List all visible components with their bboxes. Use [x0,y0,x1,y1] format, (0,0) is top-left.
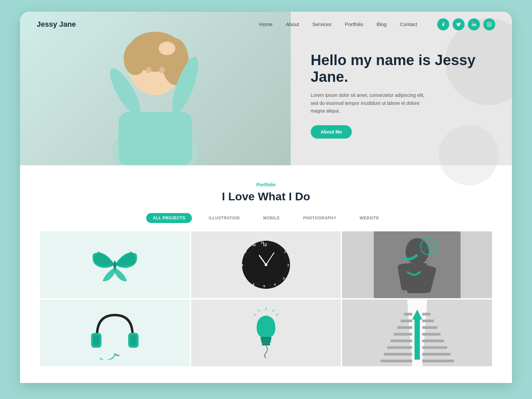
portfolio-item-1[interactable] [40,231,190,298]
svg-text:6: 6 [253,282,254,286]
svg-point-35 [406,238,429,265]
filter-tabs: ALL PROJECTS ILLUSTRATION MOBILE PHOTOGR… [40,213,492,223]
butterfly-icon [85,243,145,286]
svg-rect-72 [422,320,434,322]
svg-point-2 [489,24,490,25]
svg-point-11 [159,42,175,55]
svg-rect-45 [93,335,99,346]
svg-point-0 [472,22,473,23]
svg-rect-62 [394,333,412,336]
portfolio-item-3[interactable] [342,231,492,298]
instagram-icon[interactable] [483,18,495,30]
nav-contact[interactable]: Contact [400,21,417,27]
nav-services[interactable]: Services [312,21,332,27]
filter-illustration[interactable]: ILLUSTRATION [202,213,246,223]
navbar: Jessy Jane Home About Services Portfolio… [20,12,512,37]
hero-description: Lorem ipsum dolor sit amet, consectetur … [311,91,431,115]
svg-text:7: 7 [244,276,246,280]
svg-rect-47 [130,335,137,346]
social-icons [437,18,495,30]
svg-text:10: 10 [252,243,256,247]
headphones-icon [85,306,145,360]
svg-rect-61 [390,340,412,342]
filter-all[interactable]: ALL PROJECTS [146,213,192,223]
svg-point-13 [146,67,151,73]
facebook-icon[interactable] [437,18,449,30]
brand-name: Jessy Jane [37,20,76,29]
item-4-bg [40,300,190,366]
svg-line-49 [273,310,274,312]
svg-rect-73 [422,313,431,316]
deco-circle-2 [439,125,499,185]
svg-rect-53 [261,337,271,340]
about-me-button[interactable]: About Me [311,125,352,139]
svg-rect-63 [397,326,412,329]
portfolio-item-2[interactable]: 12 1 2 3 4 5 6 7 8 9 10 [191,231,341,298]
filter-photography[interactable]: PHOTOGRAPHY [296,213,343,223]
item-6-bg [342,300,492,366]
svg-text:2: 2 [287,263,289,267]
svg-text:5: 5 [263,284,265,288]
nav-portfolio[interactable]: Portfolio [345,21,363,27]
svg-text:9: 9 [245,250,246,253]
page-wrapper: Jessy Jane Home About Services Portfolio… [0,0,532,399]
nav-about[interactable]: About [286,21,299,27]
item-2-bg: 12 1 2 3 4 5 6 7 8 9 10 [191,231,341,298]
filter-website[interactable]: WEBSITE [353,213,386,223]
svg-text:1: 1 [284,250,286,253]
svg-rect-67 [422,353,451,356]
svg-line-50 [276,314,278,316]
portfolio-item-6[interactable] [342,300,492,366]
svg-rect-70 [422,333,441,336]
svg-rect-59 [384,353,412,356]
item-1-bg [40,231,190,298]
main-nav: Home About Services Portfolio Blog Conta… [259,21,417,27]
statue-icon [374,231,461,298]
stairs-icon [374,300,461,366]
bulb-icon [246,303,286,363]
portfolio-header: Portfolio I Love What I Do [40,182,492,203]
portfolio-label: Portfolio [40,182,492,187]
svg-text:3: 3 [283,276,284,280]
portfolio-item-4[interactable] [40,300,190,366]
svg-rect-1 [487,22,491,26]
svg-point-33 [265,263,267,266]
svg-rect-65 [404,313,412,316]
svg-rect-58 [380,360,412,362]
portfolio-item-5[interactable] [191,300,341,366]
svg-rect-54 [261,340,271,343]
nav-blog[interactable]: Blog [376,21,386,27]
svg-text:8: 8 [241,263,243,267]
svg-rect-12 [118,112,192,165]
svg-rect-66 [422,360,454,362]
svg-rect-60 [387,346,412,349]
svg-point-8 [123,42,147,75]
svg-point-14 [159,67,165,73]
svg-text:11: 11 [261,240,264,244]
svg-rect-68 [422,346,447,349]
item-5-bg [191,300,341,366]
svg-rect-64 [401,320,412,322]
item-3-bg [342,231,492,298]
svg-rect-69 [422,340,444,342]
clock-icon: 12 1 2 3 4 5 6 7 8 9 10 [239,238,293,291]
linkedin-icon[interactable] [468,18,480,30]
portfolio-title: I Love What I Do [40,190,492,203]
svg-rect-71 [422,326,437,329]
twitter-icon[interactable] [453,18,465,30]
svg-rect-55 [262,343,270,346]
portfolio-grid: 12 1 2 3 4 5 6 7 8 9 10 [40,231,492,366]
svg-line-51 [258,310,259,312]
filter-mobile[interactable]: MOBILE [257,213,287,223]
svg-text:4: 4 [274,282,276,286]
hero-section: Jessy Jane Home About Services Portfolio… [20,12,512,165]
portfolio-section: Portfolio I Love What I Do ALL PROJECTS … [20,165,512,383]
nav-home[interactable]: Home [259,21,272,27]
hero-title: Hello my name is Jessy Jane. [311,52,492,85]
svg-line-52 [254,314,256,316]
